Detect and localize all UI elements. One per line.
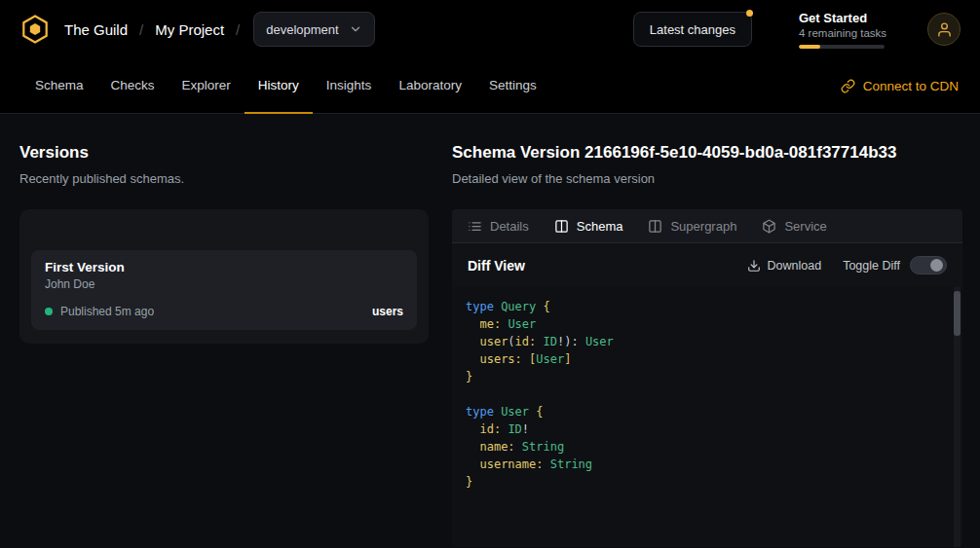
top-bar: The Guild / My Project / development Lat… [0,0,980,58]
detail-tab-label: Supergraph [670,219,736,234]
breadcrumb-separator: / [139,21,143,38]
detail-tab-service[interactable]: Service [762,219,826,234]
scrollbar-thumb[interactable] [954,291,961,336]
version-author: John Doe [45,277,403,291]
version-status-row: Published 5m ago users [45,305,403,318]
chevron-down-icon [349,22,362,36]
toggle-diff-switch[interactable] [910,256,947,274]
environment-select-value: development [266,22,338,37]
connect-to-cdn-label: Connect to CDN [863,79,959,93]
code-viewer[interactable]: type Query { me: User user(id: ID!): Use… [452,287,962,547]
version-name: First Version [45,260,403,274]
versions-list: First Version John Doe Published 5m ago … [19,209,429,344]
published-dot [45,308,53,315]
latest-changes-label: Latest changes [650,22,735,37]
versions-panel: Versions Recently published schemas. Fir… [19,143,429,548]
detail-tab-supergraph[interactable]: Supergraph [648,219,736,234]
detail-tab-label: Details [490,219,529,234]
toggle-diff-label: Toggle Diff [843,259,900,273]
tab-insights[interactable]: Insights [313,58,386,114]
breadcrumb-project[interactable]: My Project [155,21,224,38]
get-started-progress-bar [799,45,885,49]
tab-settings[interactable]: Settings [475,58,550,114]
download-button[interactable]: Download [747,259,822,273]
version-list-item[interactable]: First Version John Doe Published 5m ago … [31,250,417,330]
columns-icon [648,219,662,234]
breadcrumb: The Guild / My Project / [64,21,251,38]
download-icon [747,259,761,273]
columns-icon [554,219,569,234]
version-service-badge: users [372,305,403,318]
page-content: Versions Recently published schemas. Fir… [0,114,980,548]
notification-dot [746,10,753,17]
version-status: Published 5m ago [60,305,154,318]
versions-title: Versions [19,143,429,163]
user-icon [936,21,953,38]
user-avatar[interactable] [927,13,961,46]
environment-select[interactable]: development [253,12,374,47]
tab-checks[interactable]: Checks [97,58,169,114]
connect-to-cdn-link[interactable]: Connect to CDN [841,58,959,113]
diff-view-actions: Download Toggle Diff [747,256,947,274]
hive-logo-icon [19,14,51,45]
version-detail-title: Schema Version 2166196f-5e10-4059-bd0a-0… [452,143,962,163]
version-detail-card: Details Schema Supergraph [452,209,962,547]
progress-fill [799,45,820,49]
tab-schema[interactable]: Schema [21,58,97,114]
breadcrumb-separator: / [236,21,240,38]
detail-tab-details[interactable]: Details [468,219,529,234]
hive-logo[interactable] [19,14,51,45]
diff-view-header: Diff View Download Toggle Diff [452,243,962,287]
detail-tab-bar: Details Schema Supergraph [452,209,962,243]
tab-history[interactable]: History [245,58,313,114]
diff-view-title: Diff View [468,258,525,274]
breadcrumb-org[interactable]: The Guild [64,21,128,38]
detail-tab-label: Service [784,219,826,234]
get-started-widget[interactable]: Get Started 4 remaining tasks [799,11,886,49]
detail-tab-schema[interactable]: Schema [554,219,623,234]
get-started-title: Get Started [799,11,886,25]
box-icon [762,219,776,234]
toggle-diff-control: Toggle Diff [843,256,947,274]
versions-subtitle: Recently published schemas. [19,171,429,186]
main-nav: Schema Checks Explorer History Insights … [0,58,980,114]
toggle-knob [930,259,943,272]
link-icon [841,79,855,93]
latest-changes-button[interactable]: Latest changes [633,12,752,47]
tab-laboratory[interactable]: Laboratory [385,58,475,114]
tab-explorer[interactable]: Explorer [169,58,245,114]
download-label: Download [768,259,822,273]
version-detail-subtitle: Detailed view of the schema version [452,171,962,186]
code-block: type Query { me: User user(id: ID!): Use… [466,298,945,491]
list-icon [468,219,482,234]
detail-tab-label: Schema [577,219,623,234]
version-detail-panel: Schema Version 2166196f-5e10-4059-bd0a-0… [452,143,962,548]
get-started-subtitle: 4 remaining tasks [799,27,886,39]
